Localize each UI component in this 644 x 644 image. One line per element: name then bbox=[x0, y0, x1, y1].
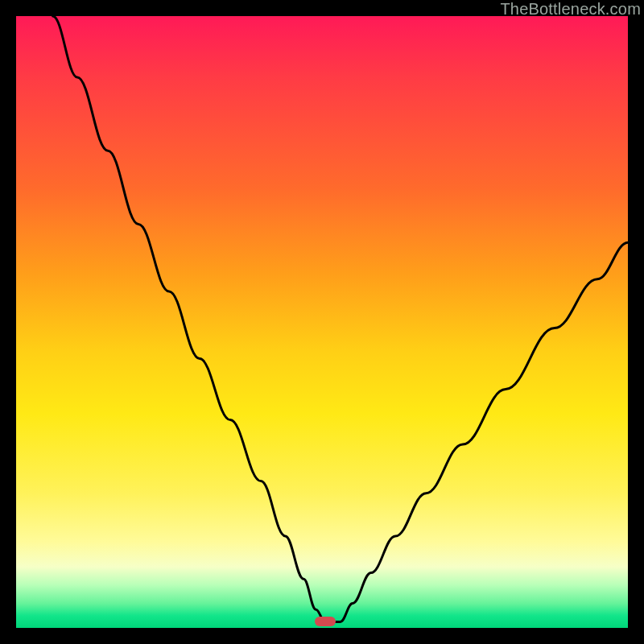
chart-frame: TheBottleneck.com bbox=[0, 0, 644, 644]
bottleneck-curve-svg bbox=[16, 16, 628, 628]
plot-area bbox=[16, 16, 628, 628]
watermark-text: TheBottleneck.com bbox=[500, 0, 641, 19]
bottleneck-curve-path bbox=[53, 16, 628, 621]
optimal-point-marker bbox=[315, 617, 336, 626]
